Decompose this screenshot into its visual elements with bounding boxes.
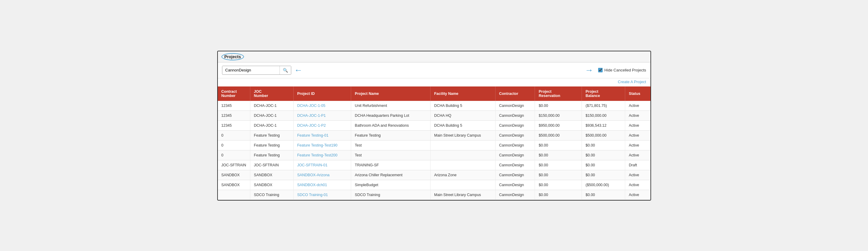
cell-contractor: CannonDesign	[495, 150, 535, 160]
cell-facility: Arizona Zone	[430, 170, 495, 180]
col-header-project-id: Project ID	[293, 86, 351, 101]
table-row: 12345DCHA-JOC-1DCHA-JOC-1-P2Bathroom ADA…	[218, 120, 650, 130]
cell-reservation: $0.00	[535, 170, 582, 180]
cell-joc: JOC-SFTRAIN	[250, 160, 293, 170]
cell-projectName: Test	[351, 150, 431, 160]
cell-balance: $0.00	[582, 190, 625, 200]
cell-projectId[interactable]: SANDBOX-Arizona	[293, 170, 351, 180]
cell-contract: 0	[218, 150, 250, 160]
cell-contractor: CannonDesign	[495, 190, 535, 200]
cell-facility: Main Street Library Campus	[430, 190, 495, 200]
cell-joc: SANDBOX	[250, 180, 293, 190]
cell-projectId[interactable]: Feature Testing-Test190	[293, 140, 351, 150]
project-id-link[interactable]: SDCO Training-01	[297, 193, 328, 197]
table-body: 12345DCHA-JOC-1DCHA-JOC-1-05Unit Refurbi…	[218, 101, 650, 200]
cell-balance: ($71,801.75)	[582, 101, 625, 111]
cell-reservation: $0.00	[535, 180, 582, 190]
cell-contractor: CannonDesign	[495, 101, 535, 111]
cell-projectName: Test	[351, 140, 431, 150]
cell-contract: 0	[218, 140, 250, 150]
cell-projectId[interactable]: SDCO Training-01	[293, 190, 351, 200]
cell-balance: $150,000.00	[582, 110, 625, 120]
cell-contractor: CannonDesign	[495, 130, 535, 140]
cell-status: Active	[625, 170, 650, 180]
table-row: SDCO TrainingSDCO Training-01SDCO Traini…	[218, 190, 650, 200]
cell-projectId[interactable]: SANDBOX-dch01	[293, 180, 351, 190]
search-button[interactable]: 🔍	[279, 66, 291, 74]
cell-balance: ($500,000.00)	[582, 180, 625, 190]
projects-table: ContractNumber JOCNumber Project ID Proj…	[218, 86, 650, 200]
cell-projectId[interactable]: DCHA-JOC-1-05	[293, 101, 351, 111]
cell-facility: Main Street Library Campus	[430, 130, 495, 140]
hide-cancelled-checkbox[interactable]	[598, 68, 602, 72]
cell-projectName: TRAINING-SF	[351, 160, 431, 170]
main-container: Projects 🔍 ← → Hide Cancelled Projects C…	[217, 51, 651, 201]
cell-projectName: DCHA Headquarters Parking Lot	[351, 110, 431, 120]
cell-status: Active	[625, 120, 650, 130]
cell-reservation: $950,000.00	[535, 120, 582, 130]
col-header-facility: Facility Name	[430, 86, 495, 101]
hide-cancelled-arrow-icon: →	[585, 66, 593, 75]
cell-status: Active	[625, 130, 650, 140]
project-id-link[interactable]: Feature Testing-Test200	[297, 153, 338, 157]
cell-projectName: Feature Testing	[351, 130, 431, 140]
cell-facility	[430, 180, 495, 190]
page-title: Projects	[221, 53, 244, 60]
search-input[interactable]	[222, 66, 279, 74]
cell-projectId[interactable]: DCHA-JOC-1-P1	[293, 110, 351, 120]
project-id-link[interactable]: Feature Testing-Test190	[297, 143, 338, 147]
project-id-link[interactable]: DCHA-JOC-1-05	[297, 104, 326, 108]
cell-reservation: $0.00	[535, 160, 582, 170]
cell-balance: $0.00	[582, 160, 625, 170]
cell-joc: Feature Testing	[250, 130, 293, 140]
create-project-link[interactable]: Create A Project	[618, 79, 646, 84]
cell-projectId[interactable]: Feature Testing-Test200	[293, 150, 351, 160]
cell-balance: $936,543.12	[582, 120, 625, 130]
cell-projectName: SDCO Training	[351, 190, 431, 200]
cell-contract: 12345	[218, 110, 250, 120]
hide-cancelled-label[interactable]: Hide Cancelled Projects	[598, 68, 646, 72]
project-id-link[interactable]: DCHA-JOC-1-P2	[297, 123, 326, 128]
project-id-link[interactable]: SANDBOX-dch01	[297, 183, 327, 187]
toolbar-right: → Hide Cancelled Projects	[585, 66, 646, 75]
table-row: JOC-SFTRAINJOC-SFTRAINJOC-SFTRAIN-01TRAI…	[218, 160, 650, 170]
cell-reservation: $150,000.00	[535, 110, 582, 120]
table-row: SANDBOXSANDBOXSANDBOX-ArizonaArizona Chi…	[218, 170, 650, 180]
project-id-link[interactable]: DCHA-JOC-1-P1	[297, 113, 326, 118]
project-id-link[interactable]: JOC-SFTRAIN-01	[297, 163, 328, 167]
sub-toolbar: Create A Project	[218, 78, 650, 86]
cell-reservation: $500,000.00	[535, 130, 582, 140]
cell-joc: Feature Testing	[250, 140, 293, 150]
cell-facility	[430, 160, 495, 170]
cell-projectId[interactable]: DCHA-JOC-1-P2	[293, 120, 351, 130]
col-header-contractor: Contractor	[495, 86, 535, 101]
cell-contract: SANDBOX	[218, 170, 250, 180]
cell-status: Active	[625, 180, 650, 190]
cell-facility: DCHA Building 5	[430, 120, 495, 130]
cell-projectId[interactable]: JOC-SFTRAIN-01	[293, 160, 351, 170]
cell-balance: $500,000.00	[582, 130, 625, 140]
cell-status: Draft	[625, 160, 650, 170]
cell-facility	[430, 140, 495, 150]
cell-status: Active	[625, 110, 650, 120]
hide-cancelled-text: Hide Cancelled Projects	[604, 68, 646, 72]
table-row: SANDBOXSANDBOXSANDBOX-dch01SimpleBudgetC…	[218, 180, 650, 190]
toolbar-left: 🔍 ←	[222, 66, 303, 75]
cell-projectId[interactable]: Feature Testing-01	[293, 130, 351, 140]
cell-reservation: $0.00	[535, 101, 582, 111]
project-id-link[interactable]: SANDBOX-Arizona	[297, 173, 330, 177]
search-icon: 🔍	[283, 68, 288, 73]
col-header-status: Status	[625, 86, 650, 101]
cell-status: Active	[625, 150, 650, 160]
cell-projectName: Bathroom ADA and Renovations	[351, 120, 431, 130]
table-row: 0Feature TestingFeature Testing-Test190T…	[218, 140, 650, 150]
cell-reservation: $0.00	[535, 150, 582, 160]
table-row: 12345DCHA-JOC-1DCHA-JOC-1-05Unit Refurbi…	[218, 101, 650, 111]
project-id-link[interactable]: Feature Testing-01	[297, 133, 329, 138]
cell-contract: 12345	[218, 101, 250, 111]
col-header-contract: ContractNumber	[218, 86, 250, 101]
cell-reservation: $0.00	[535, 140, 582, 150]
cell-contractor: CannonDesign	[495, 120, 535, 130]
col-header-reservation: ProjectReservation	[535, 86, 582, 101]
cell-projectName: SimpleBudget	[351, 180, 431, 190]
